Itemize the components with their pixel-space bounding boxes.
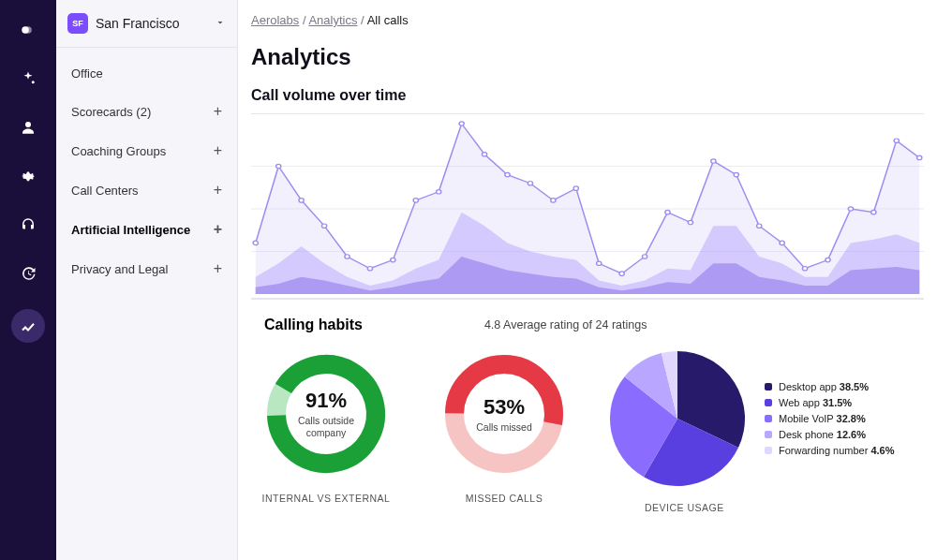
legend-label: Desktop app 38.5% <box>779 381 869 392</box>
svg-point-34 <box>917 155 922 159</box>
legend-label: Mobile VoIP 32.8% <box>779 413 866 424</box>
svg-point-19 <box>573 186 578 190</box>
sidebar-item-label: Call Centers <box>71 184 139 198</box>
donut-internal-external: 91% Calls outside company INTERNAL VS EX… <box>251 348 401 513</box>
location-badge: SF <box>67 13 88 34</box>
habits-header: Calling habits 4.8 Average rating of 24 … <box>251 299 924 341</box>
svg-point-31 <box>848 207 853 211</box>
donut-percent: 53% <box>483 395 525 420</box>
svg-point-17 <box>528 182 532 185</box>
svg-point-33 <box>894 139 899 142</box>
svg-point-30 <box>825 258 830 261</box>
svg-point-12 <box>413 199 418 202</box>
svg-point-14 <box>459 122 464 125</box>
svg-point-5 <box>253 241 258 244</box>
plus-icon[interactable]: + <box>214 142 222 159</box>
svg-point-15 <box>482 153 486 156</box>
sidebar-item-scorecards[interactable]: Scorecards (2) + <box>56 92 237 131</box>
svg-point-13 <box>437 190 441 194</box>
svg-point-0 <box>32 81 35 83</box>
svg-point-28 <box>780 241 784 244</box>
sidebar-item-privacy[interactable]: Privacy and Legal + <box>56 249 237 288</box>
sparkle-icon[interactable] <box>15 66 41 92</box>
legend-swatch <box>765 383 772 391</box>
analytics-icon[interactable] <box>11 309 45 343</box>
legend-row: Forwarding number 4.6% <box>765 445 895 456</box>
plus-icon[interactable]: + <box>214 221 222 238</box>
donut-label: Calls outside company <box>289 415 364 438</box>
section-title-volume: Call volume over time <box>238 81 937 113</box>
sidebar: SF San Francisco Office Scorecards (2) +… <box>56 0 238 560</box>
legend-swatch <box>765 447 772 454</box>
donut-percent: 91% <box>305 389 347 413</box>
icon-rail <box>0 0 56 560</box>
rating-text: 4.8 Average rating of 24 ratings <box>484 318 647 332</box>
legend-label: Web app 31.5% <box>779 397 852 408</box>
svg-point-21 <box>619 272 624 275</box>
section-title-habits: Calling habits <box>264 317 363 333</box>
call-volume-chart <box>251 113 924 299</box>
chevron-down-icon <box>215 15 226 32</box>
legend-row: Desk phone 12.6% <box>765 429 895 440</box>
svg-point-20 <box>597 261 602 265</box>
donut-missed-calls: 53% Calls missed MISSED CALLS <box>429 348 579 513</box>
svg-point-23 <box>665 210 670 214</box>
sidebar-item-office[interactable]: Office <box>56 55 237 92</box>
donut-label: Calls missed <box>476 421 532 434</box>
breadcrumb: Aerolabs / Analytics / All calls <box>238 0 937 37</box>
svg-point-1 <box>25 122 31 127</box>
svg-point-32 <box>871 210 876 214</box>
svg-point-27 <box>757 224 762 228</box>
habits-grid: 91% Calls outside company INTERNAL VS EX… <box>238 341 937 513</box>
pie-device-usage: Desktop app 38.5%Web app 31.5%Mobile VoI… <box>607 348 895 489</box>
legend-row: Desktop app 38.5% <box>765 381 895 392</box>
legend: Desktop app 38.5%Web app 31.5%Mobile VoI… <box>765 381 895 456</box>
breadcrumb-link[interactable]: Aerolabs <box>251 13 299 27</box>
headset-icon[interactable] <box>15 212 41 238</box>
sidebar-item-label: Coaching Groups <box>71 144 166 158</box>
location-picker[interactable]: SF San Francisco <box>56 0 237 48</box>
history-icon[interactable] <box>15 260 41 287</box>
location-name: San Francisco <box>96 16 207 31</box>
logo-icon[interactable] <box>15 17 41 43</box>
sidebar-item-label: Scorecards (2) <box>71 105 151 119</box>
chart-caption: INTERNAL VS EXTERNAL <box>262 493 391 504</box>
breadcrumb-link[interactable]: Analytics <box>308 13 357 27</box>
svg-point-29 <box>802 267 807 271</box>
chart-caption: DEVICE USAGE <box>645 502 895 513</box>
svg-point-7 <box>299 199 304 202</box>
gear-icon[interactable] <box>15 163 41 189</box>
breadcrumb-current: All calls <box>367 13 409 27</box>
chart-caption: MISSED CALLS <box>466 493 543 504</box>
svg-point-11 <box>391 258 395 261</box>
legend-label: Desk phone 12.6% <box>779 429 866 440</box>
page-title: Analytics <box>238 37 937 81</box>
svg-point-9 <box>345 255 350 258</box>
legend-swatch <box>765 431 772 438</box>
svg-point-16 <box>505 172 510 176</box>
svg-point-24 <box>688 220 692 224</box>
legend-row: Web app 31.5% <box>765 397 895 408</box>
sidebar-item-coaching-groups[interactable]: Coaching Groups + <box>56 131 237 170</box>
main: Aerolabs / Analytics / All calls Analyti… <box>238 0 937 560</box>
svg-point-6 <box>276 164 281 168</box>
person-icon[interactable] <box>15 114 41 140</box>
svg-point-8 <box>321 224 326 228</box>
svg-point-18 <box>551 199 556 202</box>
sidebar-item-label: Privacy and Legal <box>71 262 168 276</box>
legend-row: Mobile VoIP 32.8% <box>765 413 895 424</box>
svg-point-25 <box>711 159 716 163</box>
plus-icon[interactable]: + <box>214 260 222 277</box>
plus-icon[interactable]: + <box>214 182 222 199</box>
nav-list: Office Scorecards (2) + Coaching Groups … <box>56 48 237 296</box>
sidebar-item-label: Office <box>71 66 103 81</box>
sidebar-item-call-centers[interactable]: Call Centers + <box>56 170 237 210</box>
sidebar-item-label: Artificial Intelligence <box>71 223 190 237</box>
svg-point-26 <box>734 172 738 176</box>
legend-label: Forwarding number 4.6% <box>779 445 895 456</box>
legend-swatch <box>765 415 772 422</box>
legend-swatch <box>765 399 772 406</box>
svg-point-22 <box>642 255 647 258</box>
sidebar-item-ai[interactable]: Artificial Intelligence + <box>56 210 237 249</box>
plus-icon[interactable]: + <box>214 103 222 120</box>
